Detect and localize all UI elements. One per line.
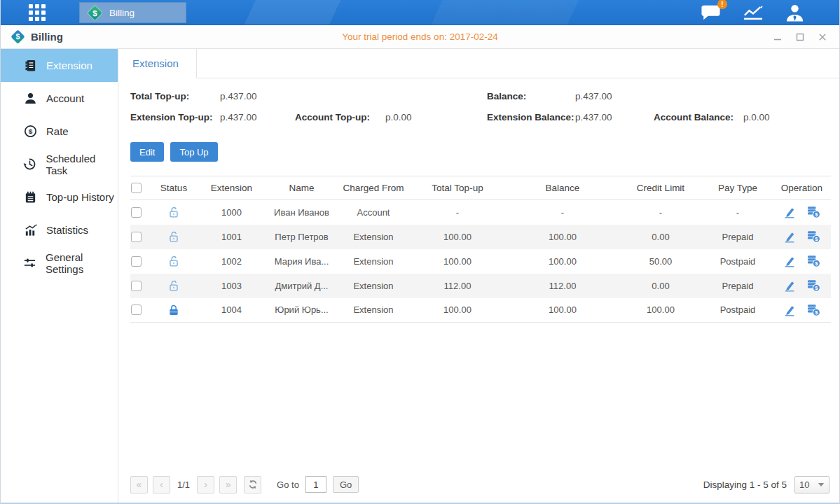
topbar-tab-billing[interactable]: $ Billing	[79, 2, 186, 23]
summary-field-account-top-up: Account Top-up:p.0.00	[295, 112, 487, 122]
edit-icon[interactable]	[783, 205, 797, 219]
lock-icon	[167, 303, 181, 317]
table-header-row: StatusExtensionNameCharged FromTotal Top…	[130, 176, 831, 200]
cell-name: Дмитрий Д...	[265, 274, 338, 298]
cell-extension: 1004	[198, 298, 265, 323]
last-page-button[interactable]: »	[219, 476, 237, 493]
reports-icon	[741, 3, 765, 22]
prev-page-button[interactable]: ‹	[153, 476, 170, 493]
cell-name: Иван Иванов	[265, 200, 338, 225]
topup-icon[interactable]: $	[806, 303, 821, 317]
sidebar-item-rate[interactable]: $Rate	[1, 115, 118, 148]
cell-total-topup: -	[408, 200, 507, 225]
reports-button[interactable]	[741, 3, 765, 22]
billing-diamond-green-icon: $	[86, 4, 104, 22]
summary-field-total-top-up: Total Top-up:p.437.00	[130, 91, 295, 102]
edit-icon[interactable]	[783, 230, 797, 244]
svg-text:$: $	[815, 260, 818, 267]
topbar-right-icons: !	[699, 0, 806, 25]
app-grid-icon	[26, 2, 48, 23]
row-checkbox-cell	[130, 200, 149, 225]
cell-extension: 1003	[198, 274, 265, 298]
table-row-1003: 1003Дмитрий Д...Extension112.00112.000.0…	[130, 274, 831, 298]
cell-pay-type: -	[703, 200, 773, 225]
refresh-button[interactable]	[244, 476, 261, 493]
column-header-label: Credit Limit	[637, 183, 684, 193]
row-checkbox[interactable]	[131, 304, 142, 315]
user-icon	[784, 3, 806, 23]
cell-total-topup: 100.00	[408, 298, 507, 323]
first-page-button[interactable]: «	[130, 476, 148, 493]
goto-page-input[interactable]	[305, 476, 326, 493]
messages-button[interactable]: !	[699, 3, 722, 22]
displaying-count: Displaying 1 - 5 of 5	[703, 479, 787, 490]
pagination-right: Displaying 1 - 5 of 5 10	[703, 476, 829, 493]
sidebar-item-account[interactable]: Account	[1, 82, 118, 115]
sidebar-item-general-settings[interactable]: General Settings	[1, 246, 118, 279]
user-button[interactable]	[784, 3, 806, 23]
first-page-icon: «	[137, 479, 142, 490]
cell-charged-from: Extension	[338, 274, 408, 298]
row-checkbox[interactable]	[131, 207, 142, 218]
app-grid-button[interactable]	[26, 2, 48, 23]
edit-icon[interactable]	[783, 279, 797, 293]
sidebar-item-extension[interactable]: Extension	[1, 49, 118, 82]
topup-icon[interactable]: $	[806, 254, 821, 268]
column-header-pay-type: Pay Type	[703, 176, 773, 200]
close-button[interactable]	[815, 30, 829, 44]
rate-icon: $	[23, 125, 37, 138]
select-all-checkbox[interactable]	[131, 183, 142, 193]
tab-extension[interactable]: Extension	[118, 49, 197, 78]
summary-label: Extension Balance:	[487, 112, 575, 122]
cell-charged-from: Account	[338, 200, 408, 225]
summary-label: Account Top-up:	[295, 112, 385, 122]
topup-history-icon	[23, 190, 37, 204]
cell-balance: 100.00	[507, 298, 619, 323]
sidebar-item-top-up-history[interactable]: Top-up History	[1, 181, 118, 214]
sidebar-item-label: Rate	[46, 125, 69, 137]
row-checkbox-cell	[130, 249, 149, 274]
column-header-total-top-up: Total Top-up	[408, 176, 507, 200]
summary-value: p.437.00	[220, 112, 257, 122]
topup-icon[interactable]: $	[806, 205, 821, 219]
maximize-button[interactable]	[793, 30, 807, 44]
topup-icon[interactable]: $	[806, 279, 821, 293]
status-wrap	[149, 254, 198, 268]
column-header-balance: Balance	[507, 176, 619, 200]
prev-page-icon: ‹	[160, 479, 163, 490]
column-header-credit-limit: Credit Limit	[619, 176, 703, 200]
top-up-button[interactable]: Top Up	[170, 142, 217, 162]
edit-button[interactable]: Edit	[130, 142, 164, 162]
sidebar-item-statistics[interactable]: Statistics	[1, 214, 118, 246]
summary-label: Account Balance:	[654, 112, 743, 122]
edit-icon[interactable]	[783, 254, 797, 268]
go-button[interactable]: Go	[333, 476, 359, 493]
cell-total-topup: 112.00	[408, 274, 507, 298]
sidebar-item-scheduled-task[interactable]: Scheduled Task	[1, 148, 118, 181]
window-body: ExtensionAccount$RateScheduled TaskTop-u…	[1, 49, 839, 503]
window-title: Billing	[31, 31, 63, 43]
summary-field-extension-balance: Extension Balance:p.437.00	[487, 112, 654, 122]
minimize-button[interactable]	[771, 30, 785, 44]
billing-window: { "topbar": { "tab": { "label": "Billing…	[0, 0, 840, 504]
next-page-button[interactable]: ›	[197, 476, 214, 493]
operation-icons: $	[773, 254, 831, 268]
edit-icon[interactable]	[783, 303, 797, 317]
status-cell	[149, 200, 198, 225]
cell-credit-limit: -	[619, 200, 703, 225]
operation-icons: $	[773, 279, 831, 293]
column-header-label: Status	[160, 183, 187, 193]
cell-credit-limit: 0.00	[619, 274, 703, 298]
topup-icon[interactable]: $	[806, 230, 821, 244]
row-checkbox[interactable]	[131, 232, 142, 242]
window-title-group: $ Billing	[10, 29, 63, 45]
page-size-select[interactable]: 10	[794, 476, 829, 493]
column-header-operation: Operation	[773, 176, 831, 200]
pagination-bar: « ‹ 1/1 › » Go to Go Displaying 1 - 5 of…	[118, 470, 839, 503]
cell-pay-type: Postpaid	[703, 249, 773, 274]
unlock-icon	[167, 254, 181, 268]
row-checkbox[interactable]	[131, 281, 142, 291]
row-checkbox[interactable]	[131, 256, 142, 267]
refresh-icon	[247, 479, 259, 490]
window-title-bar: $ Billing Your trial period ends on: 201…	[1, 25, 839, 49]
